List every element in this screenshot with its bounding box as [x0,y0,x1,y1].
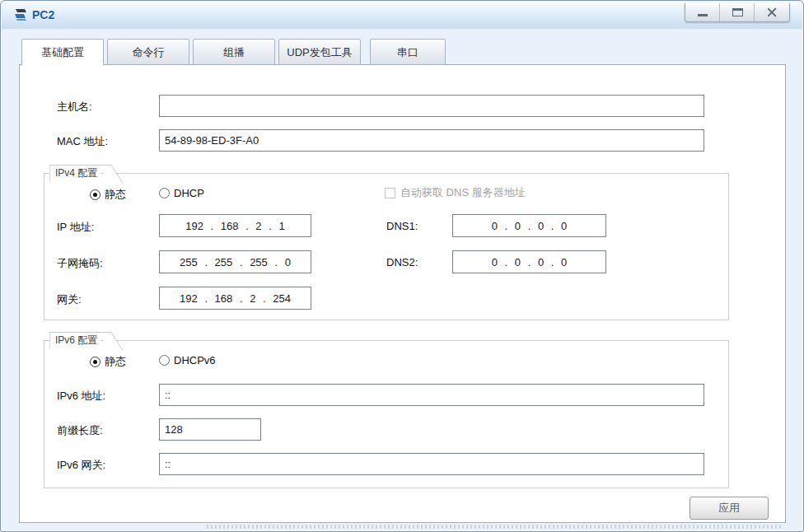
window-controls [685,3,790,22]
checkbox-icon [385,188,395,198]
prefix-length-input[interactable] [159,418,261,441]
ipv6-group-label: IPv6 配置 [49,332,100,349]
ipv4-groupbox: IPv4 配置 静态 DHCP 自动获取 DNS 服务器地址 IP 地址: DN… [44,173,729,320]
ipv4-static-label: 静态 [105,187,126,202]
dns1-input[interactable] [452,214,606,237]
ip-address-input[interactable] [159,214,311,237]
titlebar[interactable]: PC2 [2,2,802,29]
ipv6-address-input[interactable] [159,384,704,406]
gateway-input[interactable] [159,287,311,310]
ipv6-dhcpv6-radio[interactable]: DHCPv6 [159,354,216,366]
ipv4-group-label: IPv4 配置 [49,165,100,182]
radio-icon [159,355,170,366]
subnet-mask-label: 子网掩码: [57,256,103,271]
dns2-input[interactable] [452,250,606,273]
ip-address-label: IP 地址: [57,220,94,235]
radio-icon [159,188,170,198]
ipv6-gateway-input[interactable] [159,453,704,475]
dns1-label: DNS1: [386,220,418,232]
ipv6-groupbox: IPv6 配置 静态 DHCPv6 IPv6 地址: 前缀长度: IPv6 网关… [44,340,729,488]
hostname-label: 主机名: [57,100,92,114]
ipv4-dhcp-label: DHCP [174,187,204,199]
maximize-button[interactable] [720,3,755,21]
ipv6-address-label: IPv6 地址: [57,389,105,404]
prefix-length-label: 前缀长度: [57,423,103,438]
tab-basic-config[interactable]: 基础配置 [21,39,104,66]
pc-icon [12,8,28,22]
apply-button[interactable]: 应用 [689,497,769,520]
radio-icon [90,189,100,200]
watermark [207,525,783,529]
tab-serial[interactable]: 串口 [370,39,446,65]
ipv6-dhcpv6-label: DHCPv6 [174,354,216,366]
mac-label: MAC 地址: [57,134,108,149]
pc-config-window: PC2 基础配置 命令行 组播 UDP发包工具 串口 主机名: MAC 地址: [0,0,804,532]
close-icon [766,7,778,18]
ipv6-gateway-label: IPv6 网关: [57,458,105,473]
radio-icon [90,357,100,367]
hostname-input[interactable] [159,95,704,117]
window-title: PC2 [32,8,54,21]
ipv6-static-radio[interactable]: 静态 [90,354,126,369]
tab-cli[interactable]: 命令行 [107,39,189,65]
subnet-mask-input[interactable] [159,250,311,273]
ipv4-static-radio[interactable]: 静态 [90,187,126,202]
close-button[interactable] [755,3,789,21]
mac-input[interactable] [159,129,704,152]
maximize-icon [732,8,743,16]
dns2-label: DNS2: [386,256,418,268]
dns-auto-label: 自动获取 DNS 服务器地址 [400,185,526,200]
basic-config-panel: 主机名: MAC 地址: IPv4 配置 静态 DHCP 自动获取 DNS 服务… [19,64,786,523]
ipv4-dhcp-radio[interactable]: DHCP [159,187,204,199]
ipv6-static-label: 静态 [105,354,126,369]
minimize-icon [698,14,708,16]
tab-udp-tool[interactable]: UDP发包工具 [278,39,361,65]
tab-bar: 基础配置 命令行 组播 UDP发包工具 串口 [21,39,449,65]
gateway-label: 网关: [57,292,82,307]
tab-multicast[interactable]: 组播 [193,39,275,65]
dns-auto-checkbox[interactable]: 自动获取 DNS 服务器地址 [385,185,526,200]
minimize-button[interactable] [685,3,720,21]
